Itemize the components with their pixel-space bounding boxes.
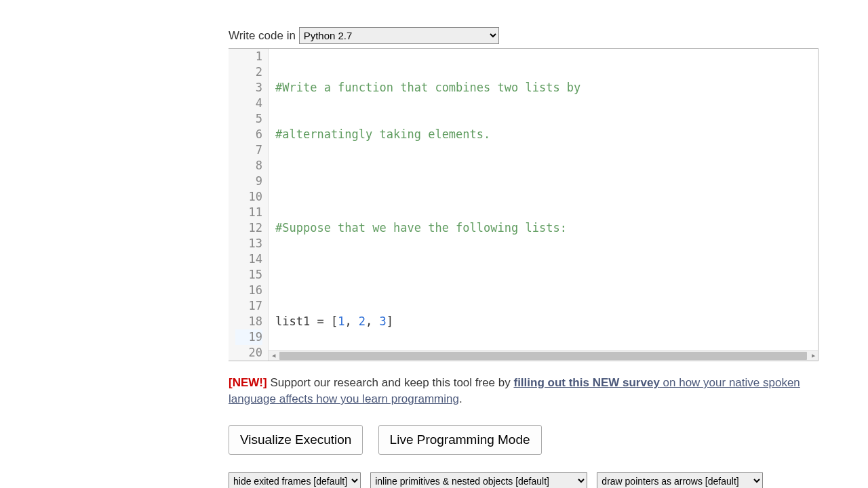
code-line: #alternatingly taking elements. [274,127,818,142]
line-number: 3 [235,80,262,96]
code-area[interactable]: #Write a function that combines two list… [269,49,818,361]
code-line: #Suppose that we have the following list… [274,220,818,236]
line-number: 16 [235,283,262,298]
line-number: 15 [235,267,262,283]
line-number: 13 [235,236,262,251]
pointers-option-select[interactable]: draw pointers as arrows [default] [597,472,763,488]
line-number: 12 [235,220,262,236]
main-container: Write code in Python 2.7 1 2 3 4 5 6 7 8… [229,0,818,488]
period: . [459,392,462,405]
scrollbar-thumb[interactable] [279,352,807,360]
line-number: 6 [235,127,262,142]
line-number: 17 [235,298,262,314]
button-row: Visualize Execution Live Programming Mod… [229,425,818,455]
scroll-right-icon[interactable]: ▶ [808,351,818,360]
horizontal-scrollbar[interactable]: ◀ ▶ [269,350,818,361]
gutter: 1 2 3 4 5 6 7 8 9 10 11 12 13 14 15 16 1… [229,49,269,361]
options-row: hide exited frames [default] inline prim… [229,472,818,488]
write-code-label: Write code in [229,29,296,42]
code-line: #Write a function that combines two list… [274,80,818,96]
line-number: 19 [235,329,262,345]
line-number: 10 [235,189,262,205]
code-editor[interactable]: 1 2 3 4 5 6 7 8 9 10 11 12 13 14 15 16 1… [229,48,818,361]
scroll-left-icon[interactable]: ◀ [269,351,278,360]
language-row: Write code in Python 2.7 [229,27,818,44]
line-number: 5 [235,111,262,127]
line-number: 20 [235,345,262,361]
language-select[interactable]: Python 2.7 [299,27,499,44]
code-line [274,267,818,283]
line-number: 7 [235,142,262,158]
line-number: 14 [235,251,262,267]
survey-banner: [NEW!] Support our research and keep thi… [229,375,818,407]
survey-text: Support our research and keep this tool … [267,376,514,389]
line-number: 4 [235,96,262,111]
line-number: 8 [235,158,262,174]
line-number: 2 [235,64,262,80]
visualize-execution-button[interactable]: Visualize Execution [229,425,363,455]
live-programming-button[interactable]: Live Programming Mode [378,425,542,455]
line-number: 9 [235,174,262,189]
primitives-option-select[interactable]: inline primitives & nested objects [defa… [370,472,587,488]
line-number: 11 [235,205,262,220]
code-line [274,174,818,189]
code-line: list1 = [1, 2, 3] [274,314,818,329]
frames-option-select[interactable]: hide exited frames [default] [229,472,361,488]
line-number: 18 [235,314,262,329]
survey-link[interactable]: filling out this NEW survey [513,376,659,389]
new-tag: [NEW!] [229,376,267,389]
line-number: 1 [235,49,262,64]
